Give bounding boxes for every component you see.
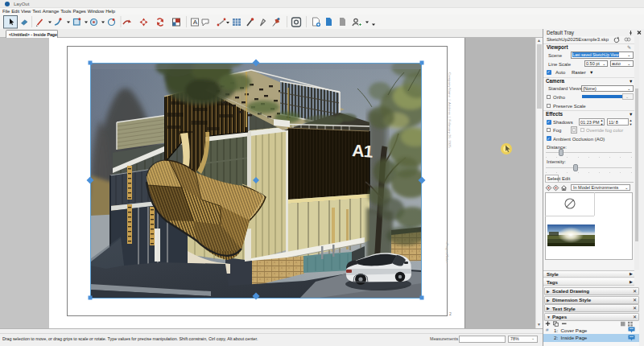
- svg-text:A: A: [193, 19, 198, 26]
